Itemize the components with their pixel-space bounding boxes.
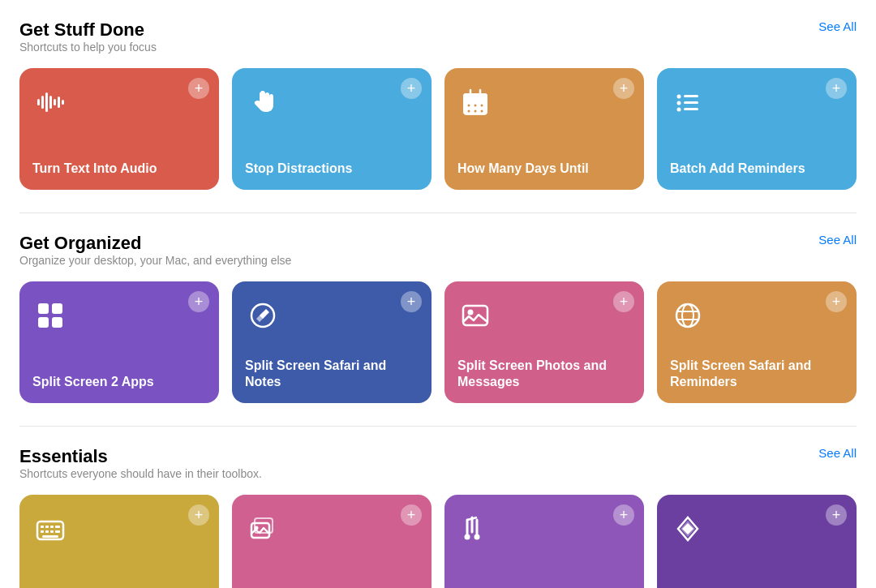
svg-rect-4 <box>54 99 56 105</box>
card-label-split-safari-reminders: Split Screen Safari and Reminders <box>670 358 844 390</box>
card-stop-distractions[interactable]: + Stop Distractions <box>232 68 432 190</box>
compass-icon <box>245 298 281 333</box>
svg-rect-24 <box>684 108 698 110</box>
add-music-quiz[interactable]: + <box>613 504 634 526</box>
card-split-screen-2apps[interactable]: + Split Screen 2 Apps <box>19 281 219 403</box>
see-all-essentials[interactable]: See All <box>818 446 857 460</box>
svg-rect-48 <box>42 535 58 538</box>
section-title-essentials: Essentials <box>19 446 262 467</box>
svg-point-21 <box>677 101 681 105</box>
svg-point-56 <box>474 534 480 540</box>
svg-rect-40 <box>41 526 44 528</box>
add-batch-reminders[interactable]: + <box>826 78 847 99</box>
divider-1 <box>19 212 857 213</box>
svg-point-14 <box>474 105 477 107</box>
card-make-gif[interactable]: + Make GIF <box>232 495 432 588</box>
add-turn-text-audio[interactable]: + <box>188 78 209 99</box>
svg-line-57 <box>467 517 477 520</box>
svg-rect-28 <box>52 317 62 328</box>
section-title-get-stuff-done: Get Stuff Done <box>19 19 157 41</box>
svg-point-13 <box>468 105 470 107</box>
svg-rect-10 <box>463 93 487 101</box>
photos-icon <box>245 511 281 547</box>
waveform-icon <box>32 84 68 120</box>
svg-rect-47 <box>55 530 60 533</box>
svg-rect-43 <box>55 526 60 528</box>
svg-point-17 <box>474 110 477 113</box>
see-all-get-organized[interactable]: See All <box>818 233 857 247</box>
svg-rect-27 <box>38 317 49 328</box>
card-label-turn-text-audio: Turn Text Into Audio <box>32 161 206 177</box>
card-how-many-days[interactable]: + <box>444 68 644 190</box>
svg-rect-1 <box>41 96 44 109</box>
card-label-how-many-days: How Many Days Until <box>457 161 631 177</box>
section-header-get-stuff-done: Get Stuff Done Shortcuts to help you foc… <box>19 19 857 65</box>
photo-icon <box>457 298 493 333</box>
add-whats-shortcut[interactable]: + <box>826 504 847 526</box>
keyboard-icon <box>32 511 68 547</box>
cards-row-get-organized: + Split Screen 2 Apps + <box>19 281 857 403</box>
section-title-get-organized: Get Organized <box>19 233 291 254</box>
svg-point-16 <box>468 110 470 113</box>
svg-point-55 <box>465 534 470 540</box>
hand-icon <box>245 84 281 120</box>
svg-point-18 <box>481 110 483 113</box>
svg-rect-3 <box>49 96 52 109</box>
add-split-screen-2apps[interactable]: + <box>188 291 209 312</box>
add-split-safari-notes[interactable]: + <box>401 291 422 312</box>
see-all-get-stuff-done[interactable]: See All <box>818 19 857 33</box>
svg-rect-5 <box>58 97 60 108</box>
cards-row-essentials: + Create Meeting Note <box>19 495 857 588</box>
svg-rect-26 <box>52 303 62 314</box>
card-batch-add-reminders[interactable]: + Batch Add Reminders <box>657 68 857 190</box>
svg-point-15 <box>481 105 483 107</box>
svg-point-23 <box>677 108 681 112</box>
add-create-meeting-note[interactable]: + <box>188 504 209 526</box>
card-split-safari-notes[interactable]: + Split Screen Safari and Notes <box>232 281 432 403</box>
svg-point-19 <box>677 95 681 99</box>
svg-rect-20 <box>684 95 698 97</box>
svg-rect-45 <box>45 530 49 533</box>
card-turn-text-audio[interactable]: + Turn Text Into Audio <box>19 68 219 190</box>
card-create-meeting-note[interactable]: + Create Meeting Note <box>19 495 219 588</box>
section-header-essentials: Essentials Shortcuts everyone should hav… <box>19 446 857 491</box>
svg-rect-0 <box>37 99 40 105</box>
svg-rect-46 <box>50 530 54 533</box>
card-split-photos-messages[interactable]: + Split Screen Photos and Messages <box>444 281 644 403</box>
svg-point-35 <box>676 304 699 327</box>
divider-2 <box>19 426 857 427</box>
card-label-split-screen-2apps: Split Screen 2 Apps <box>32 374 206 390</box>
card-label-stop-distractions: Stop Distractions <box>245 161 419 177</box>
card-music-quiz[interactable]: + Music Quiz <box>444 495 644 588</box>
section-essentials: Essentials Shortcuts everyone should hav… <box>19 446 857 588</box>
grid-icon <box>32 298 68 333</box>
svg-rect-2 <box>45 92 48 112</box>
add-split-safari-reminders[interactable]: + <box>826 291 847 312</box>
section-header-get-organized: Get Organized Organize your desktop, you… <box>19 233 857 278</box>
svg-rect-41 <box>45 526 49 528</box>
add-split-photos-messages[interactable]: + <box>613 291 634 312</box>
svg-rect-44 <box>41 530 44 533</box>
svg-point-36 <box>682 304 694 327</box>
add-stop-distractions[interactable]: + <box>401 78 422 99</box>
section-subtitle-get-stuff-done: Shortcuts to help you focus <box>19 41 157 54</box>
section-get-organized: Get Organized Organize your desktop, you… <box>19 233 857 403</box>
card-label-split-photos-messages: Split Screen Photos and Messages <box>457 358 631 390</box>
music-icon <box>457 511 493 547</box>
layers-icon <box>670 511 706 547</box>
svg-point-34 <box>468 310 474 315</box>
section-subtitle-essentials: Shortcuts everyone should have in their … <box>19 467 262 480</box>
add-make-gif[interactable]: + <box>401 504 422 526</box>
cards-row-get-stuff-done: + Turn Text Into Audio + <box>19 68 857 190</box>
section-subtitle-get-organized: Organize your desktop, your Mac, and eve… <box>19 254 291 267</box>
svg-point-32 <box>261 314 264 317</box>
add-how-many-days[interactable]: + <box>613 78 634 99</box>
card-label-batch-reminders: Batch Add Reminders <box>670 161 844 177</box>
card-whats-shortcut[interactable]: + What's a shortcut? <box>657 495 857 588</box>
svg-rect-33 <box>463 306 487 325</box>
card-label-split-safari-notes: Split Screen Safari and Notes <box>245 358 419 390</box>
svg-rect-42 <box>50 526 54 528</box>
svg-rect-25 <box>38 303 49 314</box>
svg-rect-6 <box>62 100 64 105</box>
card-split-safari-reminders[interactable]: + Split Screen Safari and Reminders <box>657 281 857 403</box>
